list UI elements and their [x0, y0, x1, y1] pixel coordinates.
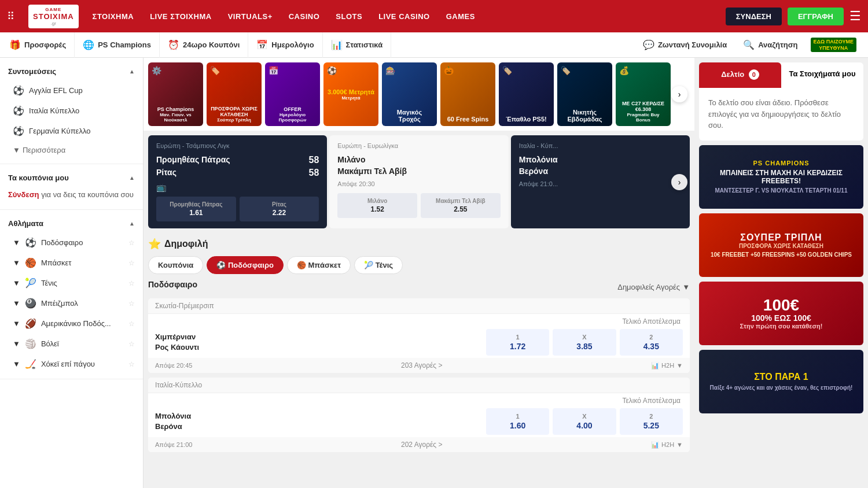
fav-baseball-icon[interactable]: ☆	[128, 300, 135, 308]
odd-1-match-1[interactable]: 1 1.60	[486, 408, 549, 435]
globe-icon: 🌐	[83, 39, 94, 50]
team2-name-1: Βερόνα	[155, 422, 481, 432]
fav-hockey-icon[interactable]: ☆	[128, 360, 135, 368]
grid-icon[interactable]: ⠿	[7, 10, 14, 23]
login-button[interactable]: ΣΥΝΔΕΣΗ	[726, 8, 782, 25]
h2h-btn-1[interactable]: 📊 H2H ▼	[651, 441, 683, 449]
nav-live-casino[interactable]: LIVE CASINO	[378, 12, 430, 21]
fav-tennis-icon[interactable]: ☆	[128, 279, 135, 287]
odd-btn-team2-0[interactable]: Ρίτας 2.22	[240, 197, 319, 221]
promo-banner-2[interactable]: 100€ 100% ΕΩΣ 100€ Στην πρώτη σου κατάθε…	[699, 282, 863, 345]
popular-tab-basketball[interactable]: 🏀 Μπάσκετ	[287, 256, 351, 274]
my-bets-tab[interactable]: Τα Στοιχήματά μου	[781, 62, 863, 88]
markets-filter-btn[interactable]: Δημοφιλείς Αγορές ▼	[617, 283, 690, 291]
sport-american-football[interactable]: ▼ 🏈 Αμερικάνικο Ποδός... ☆	[0, 313, 143, 334]
promo-card-7[interactable]: 🏷️ Νικητής Εβδομάδας	[557, 62, 612, 126]
fav-soccer-icon[interactable]: ☆	[128, 239, 135, 247]
nav-casino[interactable]: CASINO	[289, 12, 320, 21]
logo-sub: .gr	[51, 21, 56, 26]
am-football-sport-icon: 🏈	[25, 318, 36, 329]
odd-2-match-0[interactable]: 2 4.35	[620, 329, 683, 356]
nav-live-stoixima[interactable]: LIVE ΣΤΟΙΧΗΜΑ	[150, 12, 212, 21]
nav-slots[interactable]: SLOTS	[336, 12, 362, 21]
promo-banner-3[interactable]: ΣΤΟ ΠΑΡΑ 1 Παίξε 4+ αγώνες και αν χάσεις…	[699, 350, 863, 413]
odd-1-match-0[interactable]: 1 1.72	[486, 329, 549, 356]
odd-btn-team1-1[interactable]: Μιλάνο 1.52	[337, 193, 417, 218]
odd-x-match-1[interactable]: X 4.00	[553, 408, 616, 435]
shortcut-germany-cup[interactable]: ⚽ Γερμανία Κύπελλο	[0, 121, 143, 141]
live-team1-1: Μιλάνο	[337, 154, 500, 165]
soccer-icon-2: ⚽	[13, 105, 24, 116]
hamburger-icon[interactable]: ☰	[849, 9, 861, 24]
nav-item-offers[interactable]: 🎁 Προσφορές	[7, 32, 75, 58]
banner-subtitle-3: Παίξε 4+ αγώνες και αν χάσεις έναν, θες …	[710, 385, 853, 391]
more-shortcuts[interactable]: ▼ Περισσότερα	[0, 141, 143, 159]
shortcut-england-efl[interactable]: ⚽ Αγγλία EFL Cup	[0, 80, 143, 101]
main-layout: Συντομεύσεις ▲ ⚽ Αγγλία EFL Cup ⚽ Ιταλία…	[0, 58, 868, 488]
promo-card-0[interactable]: ⚙️ PS Champions Μαν. Γιουν. vs Νιούκαστλ	[148, 62, 203, 126]
promo-card-8[interactable]: 💰 ΜΕ C27 ΚΕΡΔΙΣΕ €6.308 Pragmatic Buy Bo…	[616, 62, 671, 126]
soccer-icon-3: ⚽	[13, 125, 24, 136]
sport-tennis-label: Τένις	[41, 279, 57, 287]
sport-soccer[interactable]: ▼ ⚽ Ποδόσφαιρο ☆	[0, 232, 143, 253]
promo-title-7: Νικητής Εβδομάδας	[561, 109, 609, 123]
nav-item-stats[interactable]: 📊 Στατιστικά	[323, 32, 392, 58]
promo-banner-1[interactable]: ΣΟΥΠΕΡ ΤΡΙΠΛΗ ΠΡΟΣΦΟΡΑ ΧΩΡΙΣ ΚΑΤΑΘΕΣΗ 10…	[699, 213, 863, 277]
nav-virtuals[interactable]: VIRTUALS+	[228, 12, 273, 21]
sport-baseball[interactable]: ▼ 🎱 Μπέιζμπολ ☆	[0, 293, 143, 313]
nav-item-24h-coupon[interactable]: ⏰ 24ωρο Κουπόνι	[160, 32, 248, 58]
register-button[interactable]: ΕΓΓΡΑΦΗ	[788, 8, 844, 25]
betslip-tab-active[interactable]: Δελτίο 0	[699, 62, 781, 88]
nav-ps-champions-label: PS Champions	[98, 40, 151, 49]
h2h-btn-0[interactable]: 📊 H2H ▼	[651, 362, 683, 369]
odd-x-match-0[interactable]: X 3.85	[553, 329, 616, 356]
team2-name-0: Ρος Κάουντι	[155, 342, 481, 353]
promo-card-1[interactable]: 🏷️ ΠΡΟΣΦΟΡΑ ΧΩΡΙΣ ΚΑΤΑΘΕΣΗ Σούπερ Τρίπλη	[207, 62, 262, 126]
promo-card-6[interactable]: 🏷️ Έπαθλο PS5!	[499, 62, 554, 126]
popular-title: ⭐ Δημοφιλή	[148, 238, 208, 250]
nav-live-chat[interactable]: 💬 Ζωντανή Συνομιλία	[635, 32, 735, 58]
live-team2-1: Μακάμπι Τελ Αβίβ	[337, 165, 500, 177]
sport-volleyball[interactable]: ▼ 🏐 Βόλεϊ ☆	[0, 334, 143, 354]
fav-volleyball-icon[interactable]: ☆	[128, 340, 135, 348]
logo[interactable]: GAME STOIXIMA .gr	[28, 5, 79, 28]
coupons-login-text: για να δεις τα κουπόνια σου	[41, 190, 134, 199]
promo-card-3[interactable]: ⚽ 3.000€ Μετρητά Μετρητά	[323, 62, 378, 126]
login-link[interactable]: Σύνδεση	[8, 190, 39, 199]
sport-ice-hockey[interactable]: ▼ 🏒 Χόκεϊ επί πάγου ☆	[0, 354, 143, 374]
match-teams-1: Μπολόνια Βερόνα	[155, 411, 481, 432]
nav-search[interactable]: 🔍 Αναζήτηση	[735, 32, 806, 58]
sport-tennis[interactable]: ▼ 🎾 Τένις ☆	[0, 273, 143, 293]
promo-card-2[interactable]: 📅 OFFER Ημερολόγιο Προσφορών	[265, 62, 320, 126]
promo-card-5[interactable]: 🎃 60 Free Spins	[440, 62, 495, 126]
match-time-0: Απόψε 20:45	[155, 362, 192, 369]
sport-basketball[interactable]: ▼ 🏀 Μπάσκετ ☆	[0, 253, 143, 273]
odd-2-match-1[interactable]: 2 5.25	[620, 408, 683, 435]
popular-tab-tennis[interactable]: 🎾 Τένις	[354, 256, 403, 274]
shortcut-italy-cup[interactable]: ⚽ Ιταλία Κύπελλο	[0, 101, 143, 121]
popular-tab-soccer[interactable]: ⚽ Ποδόσφαιρο	[207, 256, 284, 274]
odd-btn-team1-0[interactable]: Προμηθέας Πάτρας 1.61	[156, 197, 236, 221]
fav-am-football-icon[interactable]: ☆	[128, 320, 135, 328]
banner-title-3: ΣΤΟ ΠΑΡΑ 1	[754, 372, 808, 382]
more-markets-1[interactable]: 202 Αγορές >	[401, 441, 442, 449]
nav-item-calendar[interactable]: 📅 Ημερολόγιο	[248, 32, 322, 58]
chevron-down-h2h-1: ▼	[676, 441, 683, 448]
fav-basketball-icon[interactable]: ☆	[128, 259, 135, 267]
sports-header[interactable]: Αθλήματα ▲	[0, 215, 143, 232]
nav-stoixima[interactable]: ΣΤΟΙΧΗΜΑ	[93, 12, 134, 21]
nav-item-ps-champions[interactable]: 🌐 PS Champions	[75, 32, 160, 58]
odd-btn-team2-1[interactable]: Μακάμπι Τελ Αβίβ 2.55	[421, 193, 501, 218]
live-odds-0: Προμηθέας Πάτρας 1.61 Ρίτας 2.22	[156, 197, 319, 221]
live-matches-next-arrow[interactable]: ›	[671, 174, 687, 190]
promo-sub-3: Μετρητά	[341, 95, 360, 101]
shortcuts-header[interactable]: Συντομεύσεις ▲	[0, 62, 143, 80]
more-markets-0[interactable]: 203 Αγορές >	[401, 361, 442, 369]
coupons-header[interactable]: Τα κουπόνια μου ▲	[0, 169, 143, 187]
promo-card-4[interactable]: 🎰 Μαγικός Τροχός	[382, 62, 437, 126]
sport-volleyball-label: Βόλεϊ	[41, 339, 59, 348]
promo-banner-0[interactable]: PS CHAMPIONS ΜΠΑΙΝΕΙΣ ΣΤΗ ΜΑΧΗ ΚΑΙ ΚΕΡΔΙ…	[699, 145, 863, 209]
nav-games[interactable]: GAMES	[446, 12, 475, 21]
popular-tab-coupons[interactable]: Κουπόνια	[148, 256, 203, 274]
carousel-next-arrow[interactable]: ›	[671, 86, 687, 102]
